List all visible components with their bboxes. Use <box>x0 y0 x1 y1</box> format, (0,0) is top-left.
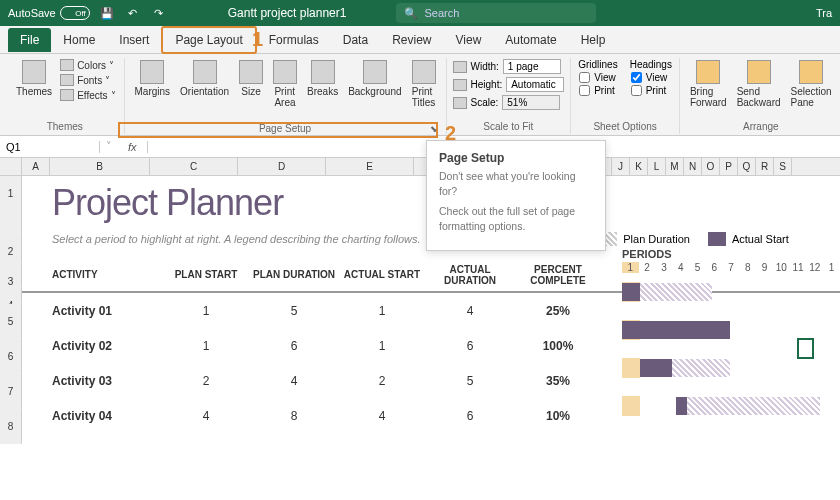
gantt-row <box>622 283 840 303</box>
gantt-row <box>622 397 840 417</box>
group-scale: Width:1 page Height:Automatic Scale:51% … <box>447 58 572 134</box>
group-label-themes: Themes <box>12 119 118 134</box>
account-label: Tra <box>816 7 832 19</box>
selection-pane-button[interactable]: Selection Pane <box>787 58 836 110</box>
background-button[interactable]: Background <box>344 58 405 99</box>
col-header[interactable]: K <box>630 158 648 175</box>
bring-forward-button[interactable]: Bring Forward <box>686 58 731 110</box>
group-label-arrange: Arrange <box>686 119 836 134</box>
col-header[interactable]: M <box>666 158 684 175</box>
periods-section: PERIODS 1 2 3 4 5 6 7 8 9 10 11 12 1 <box>622 248 840 417</box>
document-title: Gantt project planner1 <box>228 6 347 20</box>
row-headers: 1 2 3 4 5 6 7 8 <box>0 158 22 444</box>
legend: Plan Duration Actual Start <box>599 232 789 246</box>
row-header[interactable]: 6 <box>0 339 22 374</box>
group-themes: Themes Colors ˅ Fonts ˅ Effects ˅ Themes <box>6 58 125 134</box>
redo-icon[interactable]: ↷ <box>150 4 168 22</box>
gantt-row <box>622 359 840 379</box>
col-header[interactable]: L <box>648 158 666 175</box>
tooltip-line1: Don't see what you're looking for? <box>439 169 593 198</box>
row-header[interactable]: 3 <box>0 264 22 288</box>
col-header[interactable]: Q <box>738 158 756 175</box>
print-titles-button[interactable]: Print Titles <box>408 58 440 110</box>
legend-swatch-actual <box>708 232 726 246</box>
col-header[interactable]: S <box>774 158 792 175</box>
formula-bar: Q1 ˅ fx <box>0 136 840 158</box>
save-icon[interactable]: 💾 <box>98 4 116 22</box>
row-header[interactable]: 1 <box>0 176 22 234</box>
row-header[interactable]: 7 <box>0 374 22 409</box>
gridlines-print-check[interactable]: Print <box>577 84 618 97</box>
themes-button[interactable]: Themes <box>12 58 56 99</box>
row-header[interactable]: 4 <box>0 288 22 304</box>
col-header[interactable]: D <box>238 158 326 175</box>
autosave-label: AutoSave <box>8 7 56 19</box>
tab-view[interactable]: View <box>444 28 494 52</box>
col-header[interactable]: B <box>50 158 150 175</box>
annotation-2: 2 <box>445 122 456 145</box>
tab-file[interactable]: File <box>8 28 51 52</box>
send-backward-button[interactable]: Send Backward <box>733 58 785 110</box>
activity-name: Activity 03 <box>52 374 162 388</box>
annotation-1: 1 <box>252 28 263 51</box>
colors-button[interactable]: Colors ˅ <box>58 58 117 72</box>
activity-name: Activity 02 <box>52 339 162 353</box>
tab-automate[interactable]: Automate <box>493 28 568 52</box>
headings-view-check[interactable]: View <box>629 71 673 84</box>
breaks-button[interactable]: Breaks <box>303 58 342 99</box>
col-header[interactable]: P <box>720 158 738 175</box>
tab-review[interactable]: Review <box>380 28 443 52</box>
margins-button[interactable]: Margins <box>131 58 175 99</box>
tooltip-line2: Check out the full set of page formattin… <box>439 204 593 233</box>
fonts-button[interactable]: Fonts ˅ <box>58 73 117 87</box>
size-button[interactable]: Size <box>235 58 267 99</box>
tab-page-layout[interactable]: Page Layout <box>161 26 256 54</box>
row-header[interactable]: 5 <box>0 304 22 339</box>
periods-label: PERIODS <box>622 248 840 260</box>
height-icon <box>453 79 467 91</box>
autosave-toggle[interactable]: AutoSave Off <box>8 6 90 20</box>
group-page-setup: Margins Orientation Size Print Area Brea… <box>125 58 447 134</box>
name-box[interactable]: Q1 <box>0 141 100 153</box>
col-header[interactable]: C <box>150 158 238 175</box>
col-header[interactable]: R <box>756 158 774 175</box>
undo-icon[interactable]: ↶ <box>124 4 142 22</box>
search-input[interactable]: 🔍 Search <box>396 3 596 23</box>
width-select[interactable]: 1 page <box>503 59 561 74</box>
fx-icon[interactable]: fx <box>118 141 148 153</box>
effects-button[interactable]: Effects ˅ <box>58 88 117 102</box>
tab-help[interactable]: Help <box>569 28 618 52</box>
col-header[interactable]: N <box>684 158 702 175</box>
orientation-button[interactable]: Orientation <box>176 58 233 99</box>
tab-formulas[interactable]: Formulas <box>257 28 331 52</box>
headings-print-check[interactable]: Print <box>629 84 673 97</box>
scale-input[interactable]: 51% <box>502 95 560 110</box>
legend-plan: Plan Duration <box>623 233 690 245</box>
row-header[interactable]: 2 <box>0 234 22 264</box>
active-cell-indicator <box>797 338 814 359</box>
page-setup-tooltip: Page Setup Don't see what you're looking… <box>426 140 606 251</box>
ribbon: Themes Colors ˅ Fonts ˅ Effects ˅ Themes… <box>0 54 840 136</box>
autosave-switch[interactable]: Off <box>60 6 90 20</box>
col-header[interactable]: J <box>612 158 630 175</box>
print-area-button[interactable]: Print Area <box>269 58 301 110</box>
search-icon: 🔍 <box>404 7 418 20</box>
group-arrange: Bring Forward Send Backward Selection Pa… <box>680 58 840 134</box>
group-label-scale: Scale to Fit <box>453 119 565 134</box>
ribbon-tabs: File Home Insert Page Layout Formulas Da… <box>0 26 840 54</box>
height-select[interactable]: Automatic <box>506 77 564 92</box>
row-header[interactable]: 8 <box>0 409 22 444</box>
dropdown-icon[interactable]: ˅ <box>100 140 118 153</box>
tab-data[interactable]: Data <box>331 28 380 52</box>
page-setup-launcher[interactable]: ⬊ <box>131 124 438 134</box>
tab-home[interactable]: Home <box>51 28 107 52</box>
period-numbers: 1 2 3 4 5 6 7 8 9 10 11 12 1 <box>622 262 840 273</box>
tab-insert[interactable]: Insert <box>107 28 161 52</box>
scale-icon <box>453 97 467 109</box>
col-header[interactable]: A <box>22 158 50 175</box>
col-header[interactable]: E <box>326 158 414 175</box>
gridlines-label: Gridlines <box>577 58 618 71</box>
gridlines-view-check[interactable]: View <box>577 71 618 84</box>
col-header[interactable]: O <box>702 158 720 175</box>
activity-name: Activity 01 <box>52 304 162 318</box>
